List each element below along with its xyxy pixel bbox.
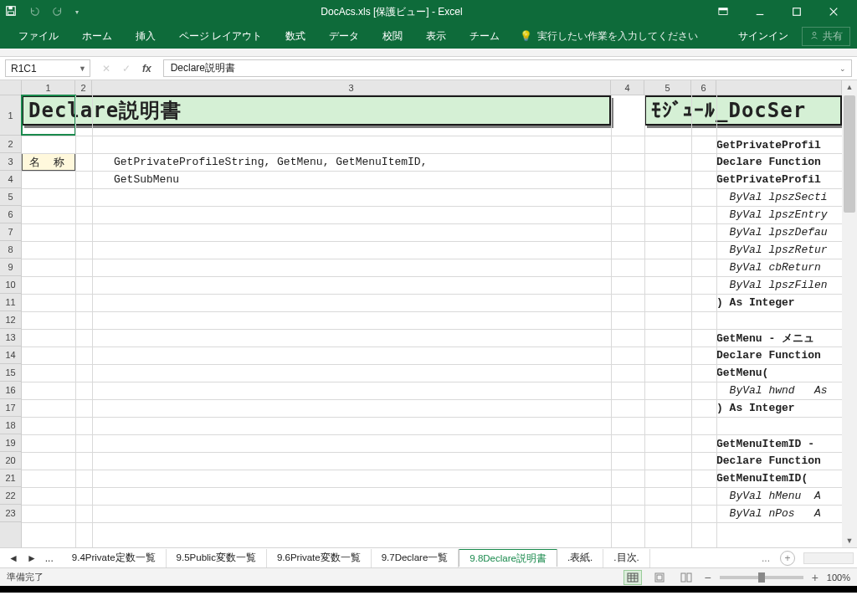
code-line[interactable]: GetPrivateProfil (716, 136, 842, 153)
row-header[interactable]: 18 (0, 417, 21, 434)
column-header[interactable]: 5 (644, 80, 691, 95)
formula-input[interactable]: Declare説明書 ⌄ (163, 59, 852, 77)
scroll-up-icon[interactable]: ▲ (842, 80, 857, 94)
sheet-tab[interactable]: 9.5Public変数一覧 (167, 549, 267, 567)
code-line[interactable]: Declare Function (716, 153, 842, 171)
row-header[interactable]: 17 (0, 399, 21, 417)
row-header[interactable]: 14 (0, 346, 21, 364)
row-header[interactable]: 6 (0, 206, 21, 223)
zoom-level[interactable]: 100% (827, 572, 850, 583)
code-line[interactable]: GetMenuItemID - (716, 434, 842, 452)
vertical-scrollbar[interactable]: ▲ ▼ (842, 80, 857, 547)
tab-file[interactable]: ファイル (7, 23, 70, 49)
sheet-tab[interactable]: 9.6Private変数一覧 (267, 549, 372, 567)
scroll-thumb[interactable] (844, 95, 855, 213)
code-line[interactable]: Declare Function (716, 346, 842, 364)
code-line[interactable]: GetMenu - メニュ (716, 329, 842, 346)
row-header[interactable]: 15 (0, 364, 21, 382)
zoom-in-button[interactable]: + (812, 571, 819, 584)
name-box[interactable]: R1C1 ▼ (5, 59, 90, 77)
tab-view[interactable]: 表示 (414, 23, 458, 49)
code-line[interactable]: GetMenuItemID( (716, 470, 842, 487)
code-line[interactable]: Declare Function (716, 452, 842, 470)
tell-me-search[interactable]: 💡 実行したい作業を入力してください (520, 29, 698, 44)
row-header[interactable]: 20 (0, 452, 21, 470)
view-pagebreak-button[interactable] (677, 570, 695, 585)
sheet-tab[interactable]: 9.7Declare一覧 (372, 549, 459, 567)
cells-area[interactable]: Declare説明書 ﾓｼﾞｭｰﾙ_DocSer 名 称 GetPrivateP… (22, 95, 842, 547)
row-header[interactable]: 7 (0, 223, 21, 241)
close-button[interactable] (815, 0, 852, 23)
column-header[interactable]: 3 (92, 80, 611, 95)
column-header[interactable]: 2 (75, 80, 92, 95)
view-normal-button[interactable] (624, 570, 642, 585)
row-header[interactable]: 16 (0, 382, 21, 399)
undo-icon[interactable] (28, 5, 40, 19)
row-header[interactable]: 22 (0, 487, 21, 505)
fx-icon[interactable]: fx (142, 63, 151, 74)
cell-r3c3[interactable]: GetPrivateProfileString, GetMenu, GetMen… (114, 153, 611, 171)
row-header[interactable]: 4 (0, 171, 21, 188)
code-line[interactable] (716, 417, 842, 434)
enter-formula-icon[interactable]: ✓ (122, 63, 131, 74)
row-header[interactable]: 19 (0, 434, 21, 452)
tab-pagelayout[interactable]: ページ レイアウト (167, 23, 274, 49)
sheet-overflow-icon[interactable]: ... (757, 552, 775, 564)
zoom-out-button[interactable]: − (704, 571, 711, 584)
column-header[interactable]: 6 (691, 80, 716, 95)
row-header[interactable]: 21 (0, 470, 21, 487)
code-line[interactable] (716, 311, 842, 329)
expand-formula-icon[interactable]: ⌄ (839, 64, 846, 73)
select-all-corner[interactable] (0, 80, 22, 95)
column-header[interactable]: 4 (611, 80, 644, 95)
view-pagelayout-button[interactable] (650, 570, 669, 585)
share-button[interactable]: 共有 (802, 27, 850, 46)
row-header[interactable]: 11 (0, 294, 21, 311)
code-line[interactable]: ByVal lpszDefau (716, 223, 842, 241)
spreadsheet-grid[interactable]: 123456 123456789101112131415161718192021… (0, 80, 857, 547)
zoom-slider[interactable] (720, 576, 803, 579)
tab-formulas[interactable]: 数式 (274, 23, 317, 49)
code-line[interactable]: ByVal lpszRetur (716, 241, 842, 259)
row-header[interactable]: 3 (0, 153, 21, 171)
chevron-down-icon[interactable]: ▼ (79, 64, 86, 73)
tab-insert[interactable]: 挿入 (124, 23, 167, 49)
code-line[interactable]: ByVal lpszSecti (716, 188, 842, 206)
tab-home[interactable]: ホーム (70, 23, 124, 49)
code-line[interactable]: GetMenu( (716, 364, 842, 382)
row-header[interactable]: 2 (0, 136, 21, 153)
row-headers[interactable]: 1234567891011121314151617181920212223 (0, 95, 22, 547)
redo-icon[interactable] (52, 5, 64, 19)
sheet-tab[interactable]: 9.8Declare説明書 (459, 549, 557, 567)
tab-data[interactable]: データ (317, 23, 371, 49)
qat-dropdown-icon[interactable]: ▾ (75, 8, 79, 16)
sheet-nav-prev-icon[interactable]: ◄ (8, 552, 18, 564)
save-icon[interactable] (5, 5, 17, 19)
row-header[interactable]: 12 (0, 311, 21, 329)
ribbon-display-icon[interactable] (705, 0, 742, 23)
row-header[interactable]: 8 (0, 241, 21, 259)
column-header[interactable] (716, 80, 842, 95)
cancel-formula-icon[interactable]: ✕ (102, 63, 110, 74)
column-headers[interactable]: 123456 (22, 80, 842, 95)
row-header[interactable]: 5 (0, 188, 21, 206)
row-header[interactable]: 10 (0, 276, 21, 294)
code-line[interactable]: ByVal cbReturn (716, 259, 842, 276)
add-sheet-button[interactable]: + (780, 551, 795, 566)
code-line[interactable]: ByVal nPos A (716, 505, 842, 522)
code-line[interactable]: ByVal lpszEntry (716, 206, 842, 223)
tab-team[interactable]: チーム (458, 23, 511, 49)
code-line[interactable]: ByVal hMenu A (716, 487, 842, 505)
cell-r4c3[interactable]: GetSubMenu (114, 171, 611, 188)
code-line[interactable]: GetPrivateProfil (716, 171, 842, 188)
code-line[interactable]: ByVal lpszFilen (716, 276, 842, 294)
sheet-tab[interactable]: .目次. (603, 549, 649, 567)
signin-link[interactable]: サインイン (738, 29, 788, 44)
sheet-nav-more-icon[interactable]: ... (45, 552, 54, 564)
horizontal-scrollbar[interactable] (803, 552, 854, 564)
code-line[interactable]: ) As Integer (716, 294, 842, 311)
document-title-cell[interactable]: Declare説明書 (22, 95, 611, 126)
sheet-nav-next-icon[interactable]: ► (27, 552, 37, 564)
code-line[interactable]: ) As Integer (716, 399, 842, 417)
sheet-tab[interactable]: .表紙. (557, 549, 603, 567)
